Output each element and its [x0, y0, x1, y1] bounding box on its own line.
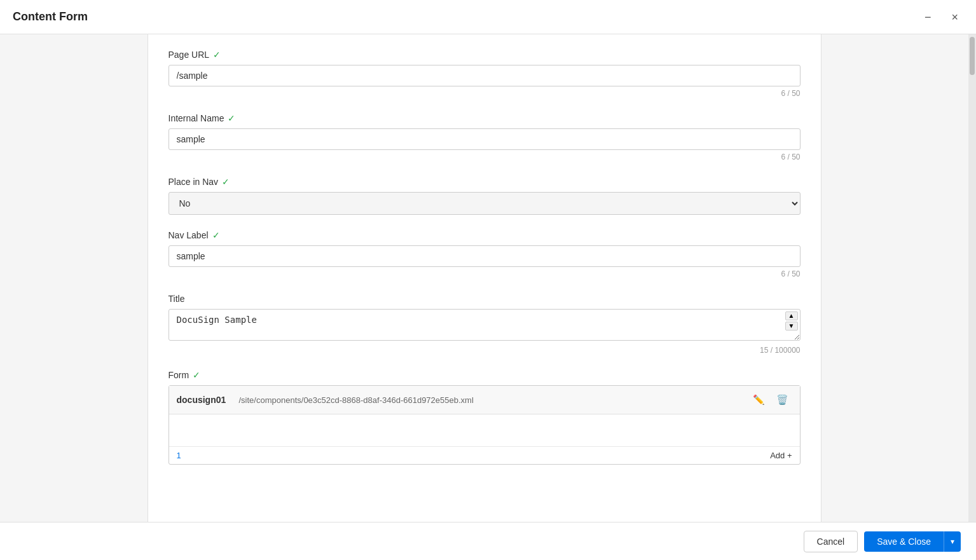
form-check-icon: ✓ — [193, 370, 200, 380]
window-actions: − × — [919, 9, 963, 25]
minimize-button[interactable]: − — [919, 9, 937, 25]
place-in-nav-label: Place in Nav ✓ — [168, 177, 801, 187]
form-item-actions: ✏️ 🗑️ — [749, 392, 792, 407]
title-input-wrapper: DocuSign Sample ▲ ▼ — [168, 309, 801, 343]
save-close-button[interactable]: Save & Close — [864, 531, 944, 552]
close-button[interactable]: × — [946, 9, 963, 25]
form-list-empty-space — [169, 414, 800, 446]
textarea-down-btn[interactable]: ▼ — [785, 322, 798, 331]
add-form-item-button[interactable]: Add + — [770, 451, 792, 460]
main-area: Page URL ✓ 6 / 50 Internal Name ✓ 6 / 50… — [0, 34, 976, 522]
cancel-button[interactable]: Cancel — [804, 531, 858, 552]
internal-name-check-icon: ✓ — [228, 113, 235, 123]
title-textarea[interactable]: DocuSign Sample — [168, 309, 801, 341]
bottom-bar: Cancel Save & Close ▾ — [0, 522, 976, 560]
internal-name-count: 6 / 50 — [168, 153, 801, 161]
form-item-path: /site/components/0e3c52cd-8868-d8af-346d… — [239, 395, 744, 405]
place-in-nav-check-icon: ✓ — [222, 177, 230, 187]
scrollbar-thumb[interactable] — [970, 37, 975, 75]
scrollbar[interactable] — [968, 34, 976, 522]
textarea-up-btn[interactable]: ▲ — [785, 311, 798, 320]
nav-label-check-icon: ✓ — [212, 230, 220, 240]
page-url-label: Page URL ✓ — [168, 50, 801, 60]
form-list-container: docusign01 /site/components/0e3c52cd-886… — [168, 385, 801, 465]
form-item-name: docusign01 — [177, 395, 234, 405]
place-in-nav-field-group: Place in Nav ✓ No Yes — [168, 177, 801, 215]
title-count: 15 / 100000 — [168, 346, 801, 355]
form-list-footer: 1 Add + — [169, 446, 800, 464]
nav-label-count: 6 / 50 — [168, 270, 801, 278]
page-url-field-group: Page URL ✓ 6 / 50 — [168, 50, 801, 98]
place-in-nav-select[interactable]: No Yes — [168, 192, 801, 215]
form-scroll-area: Page URL ✓ 6 / 50 Internal Name ✓ 6 / 50… — [0, 34, 968, 522]
title-field-group: Title DocuSign Sample ▲ ▼ 15 / 100000 — [168, 294, 801, 355]
edit-item-button[interactable]: ✏️ — [749, 392, 769, 407]
internal-name-label: Internal Name ✓ — [168, 113, 801, 123]
page-url-count: 6 / 50 — [168, 89, 801, 98]
nav-label-input[interactable] — [168, 245, 801, 267]
page-url-input[interactable] — [168, 65, 801, 86]
nav-label-field-group: Nav Label ✓ 6 / 50 — [168, 230, 801, 278]
textarea-spinners: ▲ ▼ — [785, 311, 798, 331]
form-label: Form ✓ — [168, 370, 801, 380]
internal-name-field-group: Internal Name ✓ 6 / 50 — [168, 113, 801, 161]
form-field-group: Form ✓ docusign01 /site/components/0e3c5… — [168, 370, 801, 465]
form-container: Page URL ✓ 6 / 50 Internal Name ✓ 6 / 50… — [148, 34, 821, 522]
internal-name-input[interactable] — [168, 128, 801, 150]
page-url-check-icon: ✓ — [213, 50, 221, 60]
list-item: docusign01 /site/components/0e3c52cd-886… — [169, 386, 800, 414]
form-item-count: 1 — [177, 451, 181, 460]
title-bar: Content Form − × — [0, 0, 976, 34]
delete-item-button[interactable]: 🗑️ — [773, 392, 792, 407]
save-dropdown-button[interactable]: ▾ — [944, 531, 961, 552]
window-title: Content Form — [13, 10, 88, 24]
title-label: Title — [168, 294, 801, 304]
nav-label-label: Nav Label ✓ — [168, 230, 801, 240]
save-button-group: Save & Close ▾ — [864, 531, 961, 552]
